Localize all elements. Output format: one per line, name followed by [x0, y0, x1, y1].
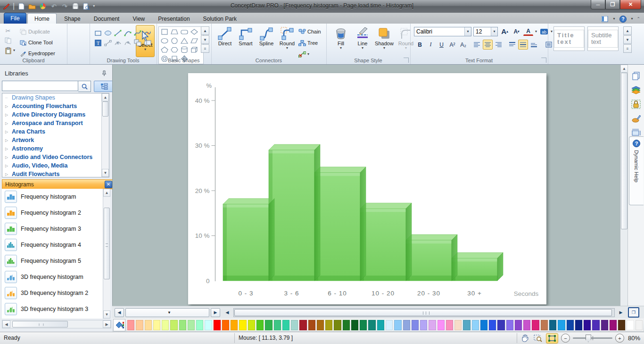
color-swatch[interactable] — [601, 319, 609, 331]
expand-icon[interactable]: ▷ — [5, 121, 8, 126]
freeform-tool-icon[interactable] — [123, 38, 132, 48]
color-swatch[interactable] — [446, 319, 454, 331]
color-swatch[interactable] — [273, 319, 281, 331]
histogram-item-3d-frequency-histogram-2[interactable]: 3D frequency histogram 2 — [2, 285, 110, 301]
scroll-left-icon[interactable]: ◀ — [2, 320, 10, 328]
gallery-more-icon[interactable]: ≡ — [201, 44, 209, 53]
color-swatch[interactable] — [239, 319, 247, 331]
library-item-audio-video-media[interactable]: ▷Audio, Video, Media — [2, 161, 109, 170]
close-library-icon[interactable]: ✕ — [105, 181, 112, 188]
canvas-horizontal-scrollbar[interactable] — [233, 308, 615, 317]
prev-page-button[interactable]: ◀ — [115, 308, 124, 317]
library-tree-scrollbar[interactable]: ▲ ▼ — [101, 93, 109, 177]
color-swatch[interactable] — [428, 319, 436, 331]
library-item-area-charts[interactable]: ▷Area Charts — [2, 127, 109, 136]
color-swatch[interactable] — [454, 319, 462, 331]
file-menu-button[interactable]: File — [4, 13, 26, 24]
cut-path-tool-icon[interactable] — [113, 38, 123, 48]
color-swatch[interactable] — [583, 319, 591, 331]
search-button[interactable] — [78, 81, 91, 92]
clone-tool-button[interactable]: Clone Tool — [19, 38, 55, 47]
shape-diamond-icon[interactable] — [189, 27, 199, 36]
shape-triangle-icon[interactable] — [179, 36, 189, 45]
gallery-down-icon[interactable]: ▼ — [201, 35, 209, 44]
style-gallery-more-icon[interactable]: ≡ — [623, 44, 632, 53]
align-top-button[interactable] — [507, 40, 517, 50]
text-format-dialog-launcher-icon[interactable] — [541, 58, 546, 63]
library-item-aerospace-and-transport[interactable]: ▷Aerospace and Transport — [2, 119, 109, 127]
layers-icon[interactable] — [630, 84, 642, 96]
grow-font-button[interactable]: A▴ — [500, 26, 510, 36]
color-swatch[interactable] — [299, 319, 307, 331]
frequency-histogram-chart[interactable]: %010 %20 %30 %40 %0 - 33 - 66 - 1010 - 2… — [188, 73, 546, 304]
subscript-button[interactable]: A₂ — [458, 40, 468, 50]
pin-icon[interactable] — [100, 69, 108, 77]
text-tool-icon[interactable]: T — [93, 38, 103, 48]
color-swatch[interactable] — [264, 319, 272, 331]
color-swatch[interactable] — [248, 319, 256, 331]
highlight-button[interactable]: ab — [539, 26, 549, 36]
histogram-item-frequency-histogram-4[interactable]: Frequency histogram 4 — [2, 237, 110, 253]
shape-style-dialog-launcher-icon[interactable] — [404, 58, 409, 63]
format-brush-icon[interactable] — [630, 113, 642, 124]
color-swatch[interactable] — [462, 319, 471, 331]
color-swatch[interactable] — [170, 319, 178, 331]
zoom-area-icon[interactable] — [533, 334, 543, 343]
color-swatch[interactable] — [342, 319, 350, 331]
color-swatch[interactable] — [359, 319, 367, 331]
fill-color-icon[interactable] — [113, 319, 125, 331]
expand-icon[interactable]: ▷ — [5, 155, 8, 159]
library-item-active-directory-diagrams[interactable]: ▷Active Directory Diagrams — [2, 110, 109, 119]
shape-rounded-rectangle-icon[interactable] — [179, 27, 189, 36]
color-swatch[interactable] — [256, 319, 264, 331]
color-swatch[interactable] — [471, 319, 479, 331]
shape-circle-icon[interactable] — [169, 36, 179, 45]
tab-document[interactable]: Document — [87, 14, 126, 24]
color-swatch[interactable] — [135, 319, 143, 331]
color-swatch[interactable] — [523, 319, 531, 331]
scroll-up-icon[interactable]: ▲ — [620, 65, 628, 73]
line-tool-icon[interactable] — [113, 28, 123, 38]
expand-icon[interactable]: ▷ — [5, 172, 8, 176]
tab-solution-park[interactable]: Solution Park — [197, 14, 243, 24]
font-size-dropdown-icon[interactable]: ▾ — [491, 27, 497, 36]
color-swatch[interactable] — [394, 319, 402, 331]
color-swatch[interactable] — [609, 319, 617, 331]
scroll-left-icon[interactable]: ◀ — [223, 309, 231, 317]
color-swatch[interactable] — [282, 319, 290, 331]
help-dropdown-icon[interactable]: ▾ — [631, 17, 633, 21]
color-swatch[interactable] — [316, 319, 324, 331]
color-swatch[interactable] — [575, 319, 583, 331]
color-swatch[interactable] — [308, 319, 316, 331]
color-swatch[interactable] — [411, 319, 419, 331]
color-swatch[interactable] — [618, 319, 626, 331]
histogram-item-frequency-histogram-3[interactable]: Frequency histogram 3 — [2, 221, 110, 237]
help-icon[interactable]: ? — [619, 15, 627, 23]
zoom-slider[interactable] — [573, 337, 612, 339]
pan-hand-icon[interactable] — [520, 334, 530, 343]
histogram-item-3d-frequency-histogram[interactable]: 3D frequency histogram — [2, 269, 110, 285]
color-swatch[interactable] — [557, 319, 565, 331]
rectangle-tool-icon[interactable] — [93, 28, 103, 38]
expand-icon[interactable]: ▷ — [5, 147, 8, 151]
ellipse-tool-icon[interactable] — [103, 28, 113, 38]
align-center-button[interactable] — [483, 40, 493, 50]
color-swatch[interactable] — [144, 319, 152, 331]
shape-cube-icon[interactable] — [189, 45, 199, 54]
paste-icon[interactable] — [4, 46, 12, 55]
font-color-dropdown-icon[interactable]: ▾ — [535, 30, 537, 34]
scroll-right-icon[interactable]: ▶ — [617, 309, 625, 317]
split-view-button[interactable]: ❐ — [628, 307, 639, 318]
close-button[interactable]: ✕ — [620, 0, 641, 9]
histograms-header[interactable]: Histograms ✕ — [2, 179, 114, 189]
curve-tool-icon[interactable] — [143, 28, 152, 38]
histogram-item-frequency-histogram-5[interactable]: Frequency histogram 5 — [2, 253, 110, 269]
color-swatch[interactable] — [531, 319, 539, 331]
font-color-button[interactable]: A — [523, 27, 533, 36]
fit-page-button[interactable] — [546, 333, 558, 344]
color-swatch[interactable] — [368, 319, 376, 331]
next-page-button[interactable]: ▶ — [211, 308, 220, 317]
color-swatch[interactable] — [488, 319, 496, 331]
tab-presentation[interactable]: Presentation — [151, 14, 196, 24]
align-middle-button[interactable] — [518, 40, 528, 50]
